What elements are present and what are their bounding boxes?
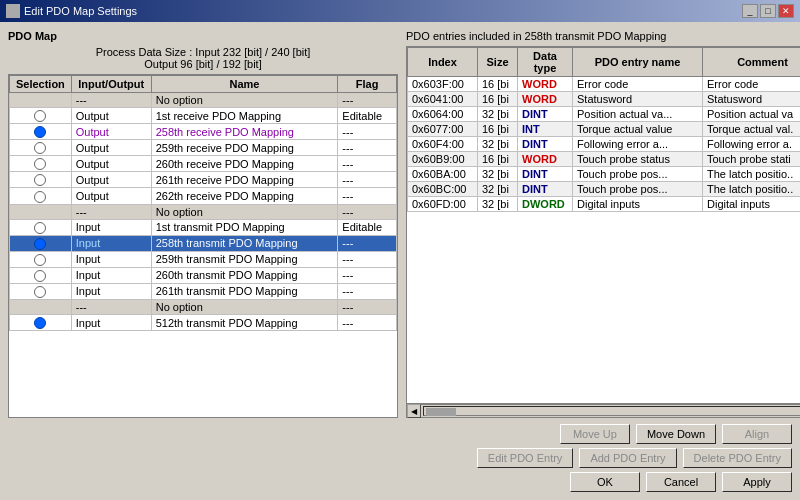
list-item[interactable]: 0x6041:0016 [biWORDStatuswordStatusword xyxy=(408,92,801,107)
table-row[interactable]: Output258th receive PDO Mapping--- xyxy=(10,124,397,140)
table-row[interactable]: Output259th receive PDO Mapping--- xyxy=(10,140,397,156)
pdo-name-cell: Statusword xyxy=(573,92,703,107)
minimize-button[interactable]: _ xyxy=(742,4,758,18)
ok-button[interactable]: OK xyxy=(570,472,640,492)
radio-cell xyxy=(10,235,72,251)
align-button[interactable]: Align xyxy=(722,424,792,444)
name-cell: No option xyxy=(151,300,338,315)
move-down-button[interactable]: Move Down xyxy=(636,424,716,444)
entries-table: Index Size Data type PDO entry name Comm… xyxy=(407,47,800,212)
table-row[interactable]: ---No option--- xyxy=(10,300,397,315)
horizontal-scrollbar[interactable]: ◀ ▶ xyxy=(406,404,800,418)
list-item[interactable]: 0x60B9:0016 [biWORDTouch probe statusTou… xyxy=(408,152,801,167)
radio-button[interactable] xyxy=(34,317,46,329)
close-button[interactable]: ✕ xyxy=(778,4,794,18)
comment-cell: Touch probe stati xyxy=(703,152,801,167)
name-cell: 262th receive PDO Mapping xyxy=(151,188,338,204)
radio-cell xyxy=(10,315,72,331)
list-item[interactable]: 0x60BC:0032 [biDINTTouch probe pos...The… xyxy=(408,182,801,197)
name-cell: 261th transmit PDO Mapping xyxy=(151,283,338,299)
radio-cell xyxy=(10,219,72,235)
list-item[interactable]: 0x60F4:0032 [biDINTFollowing error a...F… xyxy=(408,137,801,152)
col-header-io: Input/Output xyxy=(71,76,151,93)
radio-cell xyxy=(10,204,72,219)
apply-button[interactable]: Apply xyxy=(722,472,792,492)
flag-cell: --- xyxy=(338,204,397,219)
table-row[interactable]: Input1st transmit PDO MappingEditable xyxy=(10,219,397,235)
io-cell: Input xyxy=(71,267,151,283)
name-cell: 260th transmit PDO Mapping xyxy=(151,267,338,283)
name-cell: No option xyxy=(151,204,338,219)
delete-pdo-entry-button[interactable]: Delete PDO Entry xyxy=(683,448,792,468)
flag-cell: Editable xyxy=(338,219,397,235)
comment-cell: Torque actual val. xyxy=(703,122,801,137)
radio-button[interactable] xyxy=(34,191,46,203)
table-row[interactable]: ---No option--- xyxy=(10,204,397,219)
index-cell: 0x60BC:00 xyxy=(408,182,478,197)
comment-cell: Error code xyxy=(703,77,801,92)
cancel-button[interactable]: Cancel xyxy=(646,472,716,492)
pdo-name-cell: Position actual va... xyxy=(573,107,703,122)
radio-button[interactable] xyxy=(34,158,46,170)
list-item[interactable]: 0x6064:0032 [biDINTPosition actual va...… xyxy=(408,107,801,122)
table-row[interactable]: Input259th transmit PDO Mapping--- xyxy=(10,251,397,267)
scrollbar-track[interactable] xyxy=(423,406,800,416)
size-cell: 32 [bi xyxy=(478,167,518,182)
content-area: PDO Map Process Data Size : Input 232 [b… xyxy=(8,30,792,418)
radio-cell xyxy=(10,124,72,140)
radio-button[interactable] xyxy=(34,286,46,298)
dtype-cell: DINT xyxy=(518,107,573,122)
pdo-name-cell: Torque actual value xyxy=(573,122,703,137)
radio-cell xyxy=(10,108,72,124)
table-row[interactable]: Output1st receive PDO MappingEditable xyxy=(10,108,397,124)
add-pdo-entry-button[interactable]: Add PDO Entry xyxy=(579,448,676,468)
radio-button[interactable] xyxy=(34,254,46,266)
comment-cell: Position actual va xyxy=(703,107,801,122)
maximize-button[interactable]: □ xyxy=(760,4,776,18)
io-cell: Input xyxy=(71,283,151,299)
col-header-selection: Selection xyxy=(10,76,72,93)
table-row[interactable]: Output261th receive PDO Mapping--- xyxy=(10,172,397,188)
table-row[interactable]: Output260th receive PDO Mapping--- xyxy=(10,156,397,172)
col-header-name: Name xyxy=(151,76,338,93)
btn-row-2: Edit PDO Entry Add PDO Entry Delete PDO … xyxy=(8,448,792,468)
flag-cell: --- xyxy=(338,300,397,315)
table-row[interactable]: Input261th transmit PDO Mapping--- xyxy=(10,283,397,299)
list-item[interactable]: 0x60BA:0032 [biDINTTouch probe pos...The… xyxy=(408,167,801,182)
pdo-table-container[interactable]: Selection Input/Output Name Flag ---No o… xyxy=(8,74,398,418)
io-cell: Output xyxy=(71,124,151,140)
radio-button[interactable] xyxy=(34,110,46,122)
list-item[interactable]: 0x603F:0016 [biWORDError codeError code xyxy=(408,77,801,92)
table-row[interactable]: Input512th transmit PDO Mapping--- xyxy=(10,315,397,331)
entries-table-container[interactable]: Index Size Data type PDO entry name Comm… xyxy=(406,46,800,404)
list-item[interactable]: 0x60FD:0032 [biDWORDDigital inputsDigita… xyxy=(408,197,801,212)
scroll-left-button[interactable]: ◀ xyxy=(407,404,421,418)
radio-button[interactable] xyxy=(34,238,46,250)
table-row[interactable]: Input258th transmit PDO Mapping--- xyxy=(10,235,397,251)
io-cell: Output xyxy=(71,188,151,204)
dtype-cell: DWORD xyxy=(518,197,573,212)
table-row[interactable]: Output262th receive PDO Mapping--- xyxy=(10,188,397,204)
btn-row-3: OK Cancel Apply xyxy=(8,472,792,492)
col-header-dtype: Data type xyxy=(518,48,573,77)
io-cell: Input xyxy=(71,251,151,267)
io-cell: Output xyxy=(71,140,151,156)
size-cell: 32 [bi xyxy=(478,107,518,122)
name-cell: 512th transmit PDO Mapping xyxy=(151,315,338,331)
table-row[interactable]: Input260th transmit PDO Mapping--- xyxy=(10,267,397,283)
radio-button[interactable] xyxy=(34,270,46,282)
name-cell: 1st receive PDO Mapping xyxy=(151,108,338,124)
flag-cell: --- xyxy=(338,283,397,299)
dtype-cell: DINT xyxy=(518,182,573,197)
edit-pdo-entry-button[interactable]: Edit PDO Entry xyxy=(477,448,574,468)
radio-button[interactable] xyxy=(34,222,46,234)
move-up-button[interactable]: Move Up xyxy=(560,424,630,444)
radio-button[interactable] xyxy=(34,126,46,138)
col-header-size: Size xyxy=(478,48,518,77)
radio-button[interactable] xyxy=(34,174,46,186)
scrollbar-thumb[interactable] xyxy=(426,408,456,416)
radio-button[interactable] xyxy=(34,142,46,154)
list-item[interactable]: 0x6077:0016 [biINTTorque actual valueTor… xyxy=(408,122,801,137)
table-row[interactable]: ---No option--- xyxy=(10,93,397,108)
io-cell: Input xyxy=(71,235,151,251)
